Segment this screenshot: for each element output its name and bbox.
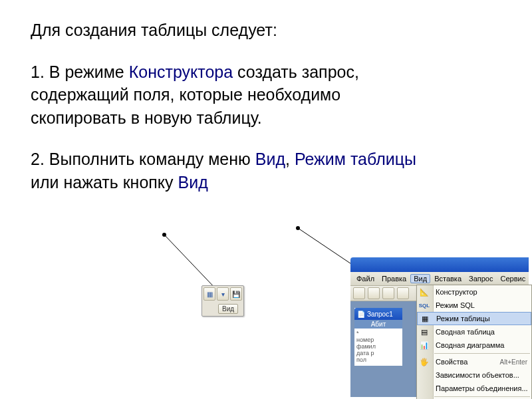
query-field-list: * номер фамил дата р пол bbox=[354, 329, 402, 366]
list-item[interactable]: номер bbox=[356, 336, 400, 343]
view-dropdown-menu: 📐 Конструктор SQL Режим SQL ▦ Режим табл… bbox=[416, 285, 532, 399]
properties-icon: 🖐 bbox=[419, 356, 430, 367]
list-item[interactable]: * bbox=[356, 330, 400, 336]
menu-item-sql[interactable]: SQL Режим SQL bbox=[417, 299, 531, 312]
menu-edit[interactable]: Правка bbox=[378, 274, 410, 283]
step-1: 1. В режиме Конструктора создать запрос,… bbox=[31, 61, 423, 130]
menu-service[interactable]: Сервис bbox=[497, 274, 529, 283]
app-titlebar bbox=[350, 257, 529, 272]
menu-item-design[interactable]: 📐 Конструктор bbox=[417, 285, 531, 299]
menu-item-dependencies[interactable]: Зависимости объектов... bbox=[417, 368, 531, 382]
arrow-icon[interactable]: ▾ bbox=[217, 287, 229, 301]
svg-point-2 bbox=[296, 226, 300, 230]
save-icon[interactable]: 💾 bbox=[230, 287, 242, 301]
slide-text: Для создания таблицы следует: 1. В режим… bbox=[31, 19, 423, 212]
query-window: 📄Запрос1 Абит * номер фамил дата р пол bbox=[354, 308, 402, 366]
menu-item-pivot-table[interactable]: ▤ Сводная таблица bbox=[417, 325, 531, 338]
datasheet-icon: ▦ bbox=[420, 313, 430, 324]
pivot-table-icon: ▤ bbox=[419, 327, 430, 337]
menu-item-pivot-chart[interactable]: 📊 Сводная диаграмма bbox=[417, 338, 531, 352]
keyword-constructor: Конструктора bbox=[129, 63, 233, 81]
menu-file[interactable]: Файл bbox=[353, 274, 378, 283]
keyword-view-button: Вид bbox=[178, 173, 208, 192]
svg-line-1 bbox=[164, 235, 218, 291]
view-button-label[interactable]: Вид bbox=[218, 304, 238, 314]
menu-view[interactable]: Вид bbox=[410, 274, 430, 283]
app-menubar: Файл Правка Вид Вставка Запрос Сервис Ок bbox=[350, 272, 529, 286]
list-item[interactable]: дата р bbox=[356, 350, 400, 356]
toolbar-icon[interactable] bbox=[353, 287, 365, 299]
menu-query[interactable]: Запрос bbox=[466, 274, 496, 283]
list-item[interactable]: пол bbox=[356, 356, 400, 363]
sql-icon: SQL bbox=[419, 300, 430, 311]
svg-point-0 bbox=[162, 233, 166, 237]
menu-item-join-params[interactable]: Параметры объединения... bbox=[417, 382, 531, 395]
step-2: 2. Выполнить команду меню Вид, Режим таб… bbox=[31, 148, 423, 194]
pivot-chart-icon: 📊 bbox=[419, 340, 430, 350]
menu-insert[interactable]: Вставка bbox=[431, 274, 465, 283]
menu-item-datasheet[interactable]: ▦ Режим таблицы bbox=[417, 312, 531, 325]
query-table-header: Абит bbox=[354, 320, 402, 329]
keyword-table-mode: Режим таблицы bbox=[295, 150, 416, 168]
menu-window[interactable]: Ок bbox=[529, 274, 532, 283]
toolbar-icon[interactable] bbox=[397, 287, 409, 299]
menu-item-properties[interactable]: 🖐 Свойства Alt+Enter bbox=[417, 355, 531, 368]
toolbar-icon[interactable] bbox=[368, 287, 380, 299]
toolbar-icon[interactable] bbox=[382, 287, 394, 299]
list-item[interactable]: фамил bbox=[356, 343, 400, 350]
intro: Для создания таблицы следует: bbox=[31, 19, 423, 42]
view-button-widget: ▦ ▾ 💾 Вид bbox=[201, 285, 244, 317]
datasheet-view-icon[interactable]: ▦ bbox=[203, 287, 215, 301]
hotkey: Alt+Enter bbox=[500, 358, 527, 366]
query-window-title: 📄Запрос1 bbox=[354, 308, 402, 320]
design-icon: 📐 bbox=[419, 287, 430, 297]
keyword-view-menu: Вид bbox=[255, 150, 285, 168]
